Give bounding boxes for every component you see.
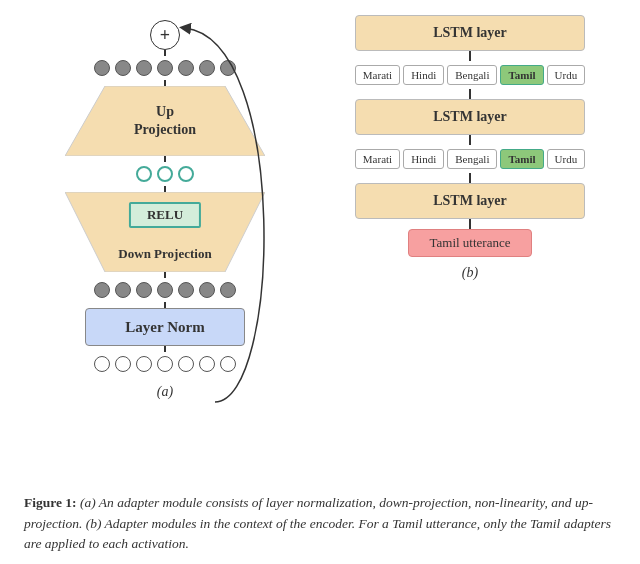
lang-hindi-2: Hindi [403,149,444,169]
lang-marati-2: Marati [355,149,400,169]
plus-symbol: + [160,25,170,46]
tamil-utterance-box: Tamil utterance [408,229,531,257]
relu-dots-row [136,166,194,182]
left-diagram-inner: + [65,20,265,376]
connector-downproj-to-innerdots [164,272,166,278]
down-projection-label: Down Projection [118,246,211,262]
relu-dot-2 [157,166,173,182]
bdot-2 [115,356,131,372]
caption-b: (b) [462,265,478,281]
connector-upproj-to-relu [164,156,166,162]
dot-2 [115,60,131,76]
rc-5 [469,219,471,229]
up-projection-label: UpProjection [134,103,196,139]
dot-3 [136,60,152,76]
layer-norm-label: Layer Norm [125,319,204,336]
bdot-4 [157,356,173,372]
down-projection-wrapper: RELU Down Projection [65,192,265,272]
lang-bengali-1: Bengali [447,65,497,85]
dot-5 [178,60,194,76]
top-dots-row [94,60,236,76]
mdot-3 [136,282,152,298]
right-diagram: LSTM layer Marati Hindi Bengali Tamil Ur… [320,10,620,485]
rc-3 [469,135,471,145]
connector-layernorm-to-bottomdots [164,346,166,352]
lstm-middle: LSTM layer [355,99,585,135]
figure-caption: Figure 1: (a) An adapter module consists… [20,493,620,554]
lang-marati-1: Marati [355,65,400,85]
mdot-7 [220,282,236,298]
lang-hindi-1: Hindi [403,65,444,85]
bdot-5 [178,356,194,372]
bdot-7 [220,356,236,372]
connector-plus-to-dots [164,50,166,56]
lang-urdu-1: Urdu [547,65,586,85]
plus-circle: + [150,20,180,50]
bdot-1 [94,356,110,372]
dot-6 [199,60,215,76]
mdot-1 [94,282,110,298]
dot-7 [220,60,236,76]
lang-urdu-2: Urdu [547,149,586,169]
left-diagram: + [20,10,310,485]
lstm-top: LSTM layer [355,15,585,51]
dot-1 [94,60,110,76]
bdot-3 [136,356,152,372]
lang-bengali-2: Bengali [447,149,497,169]
dot-4 [157,60,173,76]
lstm-bottom: LSTM layer [355,183,585,219]
relu-box: RELU [129,202,201,228]
layer-norm-box: Layer Norm [85,308,245,346]
figure-label: Figure 1: [24,495,77,510]
lang-row-1: Marati Hindi Bengali Tamil Urdu [355,65,585,85]
up-projection-wrapper: UpProjection [65,86,265,156]
lang-tamil-1-active: Tamil [500,65,543,85]
rc-1 [469,51,471,61]
bottom-dots-row [94,356,236,372]
relu-label: RELU [147,207,183,222]
relu-dot-1 [136,166,152,182]
lang-row-2: Marati Hindi Bengali Tamil Urdu [355,149,585,169]
mdot-4 [157,282,173,298]
lang-tamil-2-active: Tamil [500,149,543,169]
bdot-6 [199,356,215,372]
tamil-utterance-label: Tamil utterance [429,235,510,250]
caption-a: (a) [157,384,173,400]
mdot-2 [115,282,131,298]
figure-text: (a) An adapter module consists of layer … [24,495,611,551]
main-container: + [0,0,640,564]
rc-4 [469,173,471,183]
mdot-6 [199,282,215,298]
mdot-5 [178,282,194,298]
diagrams-wrapper: + [20,10,620,485]
rc-2 [469,89,471,99]
relu-dot-3 [178,166,194,182]
middle-dots-row [94,282,236,298]
